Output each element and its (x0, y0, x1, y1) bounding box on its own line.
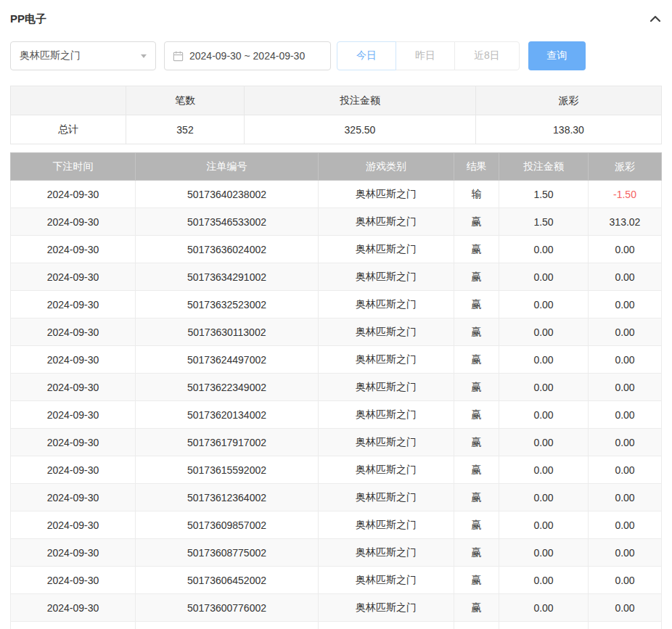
chevron-down-icon (141, 54, 147, 58)
game-category-cell: 奥林匹斯之门 (319, 208, 454, 236)
empty-cell (589, 622, 662, 629)
empty-cell (499, 622, 589, 629)
result-cell: 赢 (454, 567, 499, 594)
game-category-cell: 奥林匹斯之门 (319, 346, 454, 374)
table-row-partial (11, 622, 662, 629)
game-select-value: 奥林匹斯之门 (20, 49, 81, 62)
game-category-cell: 奥林匹斯之门 (319, 539, 454, 567)
bet-time-cell: 2024-09-30 (11, 181, 136, 208)
payout-cell: 0.00 (589, 263, 662, 291)
summary-total-label: 总计 (11, 115, 126, 144)
bet-amount-cell: 0.00 (499, 401, 589, 429)
bet-amount-cell: 0.00 (499, 374, 589, 401)
result-cell: 赢 (454, 318, 499, 346)
empty-cell (11, 622, 136, 629)
payout-cell: 0.00 (589, 511, 662, 539)
yesterday-button[interactable]: 昨日 (396, 41, 455, 70)
bet-time-cell: 2024-09-30 (11, 567, 136, 594)
bet-amount-cell: 0.00 (499, 318, 589, 346)
filter-bar: 奥林匹斯之门 2024-09-30 ~ 2024-09-30 今日 昨日 近8日… (10, 41, 662, 70)
quick-filter-group: 今日 昨日 近8日 (337, 41, 520, 70)
empty-cell (319, 622, 454, 629)
order-no-cell: 50173636024002 (136, 236, 319, 263)
result-cell: 赢 (454, 291, 499, 318)
bet-table-body: 2024-09-3050173640238002奥林匹斯之门输1.50-1.50… (11, 181, 662, 629)
result-cell: 赢 (454, 456, 499, 484)
table-row: 2024-09-3050173640238002奥林匹斯之门输1.50-1.50 (11, 181, 662, 208)
game-category-cell: 奥林匹斯之门 (319, 181, 454, 208)
order-no-cell: 50173634291002 (136, 263, 319, 291)
table-row: 2024-09-3050173600776002奥林匹斯之门赢0.000.00 (11, 594, 662, 622)
game-category-cell: 奥林匹斯之门 (319, 484, 454, 511)
date-range-input[interactable]: 2024-09-30 ~ 2024-09-30 (164, 41, 331, 70)
result-cell: 赢 (454, 484, 499, 511)
bet-time-cell: 2024-09-30 (11, 208, 136, 236)
payout-cell: 0.00 (589, 346, 662, 374)
order-no-cell: 50173640238002 (136, 181, 319, 208)
bet-amount-cell: 0.00 (499, 346, 589, 374)
summary-table: 笔数 投注金额 派彩 总计 352 325.50 138.30 (10, 86, 662, 144)
order-no-cell: 50173546533002 (136, 208, 319, 236)
order-no-cell: 50173612364002 (136, 484, 319, 511)
payout-cell: 0.00 (589, 236, 662, 263)
game-select[interactable]: 奥林匹斯之门 (10, 41, 156, 70)
order-no-cell: 50173615592002 (136, 456, 319, 484)
bet-amount-cell: 0.00 (499, 263, 589, 291)
payout-cell: 313.02 (589, 208, 662, 236)
search-button[interactable]: 查询 (528, 41, 586, 70)
table-row: 2024-09-3050173608775002奥林匹斯之门赢0.000.00 (11, 539, 662, 567)
last-8-days-button[interactable]: 近8日 (454, 41, 520, 70)
today-button[interactable]: 今日 (337, 41, 396, 70)
payout-cell: 0.00 (589, 401, 662, 429)
game-category-cell: 奥林匹斯之门 (319, 236, 454, 263)
bet-time-cell: 2024-09-30 (11, 346, 136, 374)
table-row: 2024-09-3050173612364002奥林匹斯之门赢0.000.00 (11, 484, 662, 511)
bet-time-cell: 2024-09-30 (11, 484, 136, 511)
result-cell: 赢 (454, 236, 499, 263)
bet-amount-cell: 0.00 (499, 594, 589, 622)
table-row: 2024-09-3050173609857002奥林匹斯之门赢0.000.00 (11, 511, 662, 539)
game-category-cell: 奥林匹斯之门 (319, 456, 454, 484)
bet-table-header-row: 下注时间 注单编号 游戏类别 结果 投注金额 派彩 (11, 153, 662, 181)
result-cell: 赢 (454, 401, 499, 429)
header-bet-time: 下注时间 (11, 153, 136, 181)
order-no-cell: 50173620134002 (136, 401, 319, 429)
table-row: 2024-09-3050173617917002奥林匹斯之门赢0.000.00 (11, 429, 662, 456)
summary-total-row: 总计 352 325.50 138.30 (11, 115, 662, 144)
bet-time-cell: 2024-09-30 (11, 263, 136, 291)
summary-header-bet-amount: 投注金额 (245, 86, 476, 115)
order-no-cell: 50173608775002 (136, 539, 319, 567)
table-row: 2024-09-3050173615592002奥林匹斯之门赢0.000.00 (11, 456, 662, 484)
result-cell: 赢 (454, 429, 499, 456)
order-no-cell: 50173600776002 (136, 594, 319, 622)
result-cell: 赢 (454, 511, 499, 539)
summary-header-row: 笔数 投注金额 派彩 (11, 86, 662, 115)
game-category-cell: 奥林匹斯之门 (319, 291, 454, 318)
panel-title: PP电子 (10, 12, 46, 26)
header-result: 结果 (454, 153, 499, 181)
game-category-cell: 奥林匹斯之门 (319, 567, 454, 594)
bet-time-cell: 2024-09-30 (11, 374, 136, 401)
result-cell: 赢 (454, 263, 499, 291)
summary-header-count: 笔数 (126, 86, 245, 115)
result-cell: 赢 (454, 208, 499, 236)
bet-time-cell: 2024-09-30 (11, 401, 136, 429)
summary-total-payout: 138.30 (476, 115, 662, 144)
bet-records-panel: PP电子 奥林匹斯之门 2024-09-30 ~ 2024-09-30 今日 昨… (0, 0, 672, 629)
panel-header: PP电子 (10, 0, 662, 26)
date-range-value: 2024-09-30 ~ 2024-09-30 (189, 50, 305, 62)
summary-total-bet-amount: 325.50 (245, 115, 476, 144)
bet-amount-cell: 1.50 (499, 181, 589, 208)
order-no-cell: 50173617917002 (136, 429, 319, 456)
payout-cell: 0.00 (589, 318, 662, 346)
result-cell: 赢 (454, 346, 499, 374)
game-category-cell: 奥林匹斯之门 (319, 263, 454, 291)
table-row: 2024-09-3050173546533002奥林匹斯之门赢1.50313.0… (11, 208, 662, 236)
bet-time-cell: 2024-09-30 (11, 318, 136, 346)
bet-table: 下注时间 注单编号 游戏类别 结果 投注金额 派彩 2024-09-305017… (10, 152, 662, 629)
payout-cell: 0.00 (589, 291, 662, 318)
bet-time-cell: 2024-09-30 (11, 456, 136, 484)
collapse-button[interactable] (649, 14, 662, 24)
bet-amount-cell: 0.00 (499, 539, 589, 567)
payout-cell: 0.00 (589, 374, 662, 401)
